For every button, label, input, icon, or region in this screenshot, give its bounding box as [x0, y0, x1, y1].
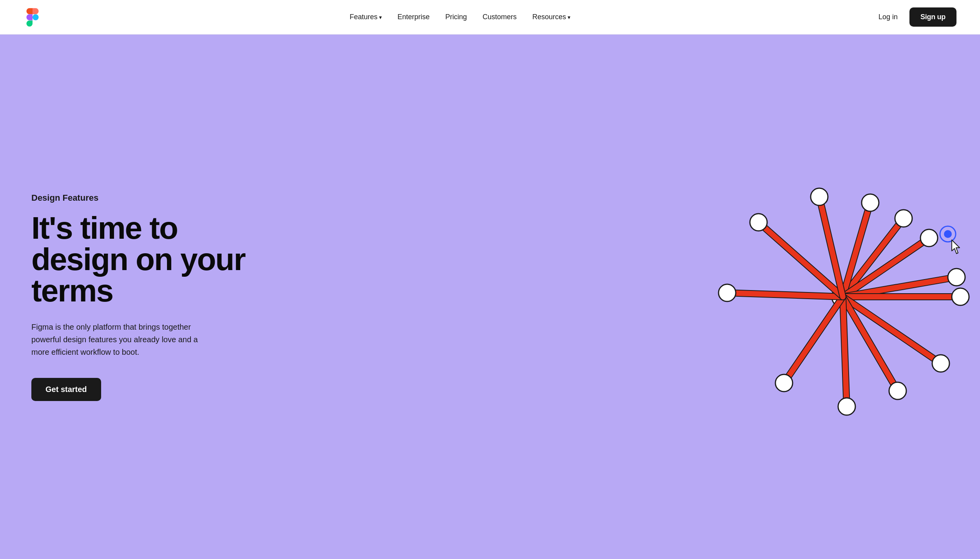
hero-headline-line3: terms	[31, 273, 113, 308]
svg-line-23	[843, 297, 847, 407]
hero-body-text: Figma is the only platform that brings t…	[31, 321, 212, 358]
svg-point-15	[952, 288, 969, 305]
nav-item-enterprise[interactable]: Enterprise	[397, 13, 430, 21]
hero-content: Design Features It's time to design on y…	[31, 193, 245, 401]
hero-eyebrow: Design Features	[31, 193, 245, 203]
svg-line-20	[843, 297, 898, 391]
nav-pricing-link[interactable]: Pricing	[445, 13, 467, 21]
svg-line-26	[784, 297, 843, 383]
svg-point-18	[932, 355, 949, 372]
hero-illustration	[706, 160, 980, 434]
nav-item-pricing[interactable]: Pricing	[445, 13, 467, 21]
hero-headline-line1: It's time to	[31, 211, 178, 245]
hero-cta-button[interactable]: Get started	[31, 378, 101, 401]
hero-headline: It's time to design on your terms	[31, 212, 245, 307]
nav-customers-link[interactable]: Customers	[483, 13, 517, 21]
nav-item-customers[interactable]: Customers	[483, 13, 517, 21]
svg-point-27	[775, 374, 793, 392]
nav-enterprise-link[interactable]: Enterprise	[397, 13, 430, 21]
nav-item-features[interactable]: Features	[350, 13, 382, 21]
svg-point-38	[944, 230, 952, 238]
svg-point-3	[895, 210, 912, 227]
svg-point-33	[750, 214, 767, 231]
nav-item-resources[interactable]: Resources	[532, 13, 570, 21]
svg-line-29	[727, 293, 843, 297]
svg-point-36	[811, 188, 828, 205]
svg-point-9	[920, 229, 938, 247]
signup-button[interactable]: Sign up	[909, 7, 956, 27]
starburst-svg	[706, 160, 980, 434]
svg-point-24	[838, 398, 855, 415]
navbar-actions: Log in Sign up	[878, 7, 956, 27]
figma-logo-icon	[24, 4, 42, 31]
hero-headline-line2: design on your	[31, 242, 245, 277]
svg-point-6	[862, 194, 879, 211]
svg-line-17	[843, 297, 941, 363]
svg-point-30	[719, 284, 736, 301]
navbar: Features Enterprise Pricing Customers Re…	[0, 0, 980, 34]
nav-resources-link[interactable]: Resources	[532, 13, 570, 21]
nav-links: Features Enterprise Pricing Customers Re…	[350, 13, 570, 21]
svg-marker-39	[952, 240, 960, 254]
nav-features-link[interactable]: Features	[350, 13, 382, 21]
svg-point-12	[948, 269, 965, 286]
login-link[interactable]: Log in	[878, 13, 898, 21]
hero-section: Design Features It's time to design on y…	[0, 34, 980, 559]
logo[interactable]	[24, 4, 42, 31]
svg-point-21	[889, 382, 906, 399]
cursor-icon	[952, 240, 960, 254]
